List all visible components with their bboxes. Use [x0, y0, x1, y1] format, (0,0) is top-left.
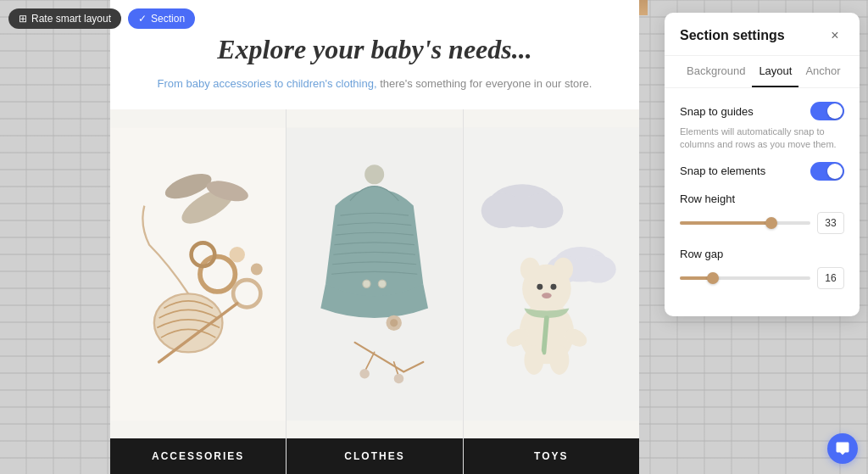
svg-point-23	[520, 192, 563, 227]
check-icon: ✓	[138, 13, 147, 25]
snap-guides-label: Snap to guides	[680, 105, 754, 118]
row-gap-track[interactable]	[680, 276, 810, 280]
canvas: Explore your baby's needs... From baby a…	[0, 0, 868, 474]
snap-guides-row: Snap to guides	[680, 102, 844, 120]
row-gap-thumb[interactable]	[707, 272, 719, 284]
row-height-track[interactable]	[680, 221, 810, 225]
svg-point-32	[550, 283, 556, 289]
rate-label: Rate smart layout	[31, 13, 111, 25]
row-height-thumb[interactable]	[765, 217, 777, 229]
svg-point-17	[390, 319, 398, 326]
svg-point-29	[520, 257, 539, 281]
toolbar: ⊞ Rate smart layout ✓ Section	[8, 8, 195, 29]
tab-layout[interactable]: Layout	[752, 56, 798, 87]
toys-svg	[464, 109, 639, 439]
clothes-image	[287, 109, 462, 439]
svg-line-34	[543, 318, 546, 352]
panel-content: Snap to guides Elements will automatical…	[665, 88, 860, 316]
section-button[interactable]: ✓ Section	[128, 8, 195, 29]
snap-elements-label: Snap to elements	[680, 165, 765, 177]
hero-title: Explore your baby's needs...	[127, 34, 622, 65]
close-button[interactable]: ×	[826, 26, 844, 45]
accessories-label: ACCESSORIES	[110, 438, 286, 474]
panel-tabs: Background Layout Anchor	[665, 56, 860, 88]
tab-background[interactable]: Background	[680, 56, 752, 87]
accessories-svg	[110, 109, 286, 439]
accessories-image	[110, 109, 286, 439]
svg-point-33	[542, 293, 552, 298]
svg-point-15	[379, 280, 387, 287]
svg-point-37	[524, 345, 543, 375]
chat-button[interactable]	[827, 433, 858, 464]
toys-label: TOYS	[464, 438, 639, 474]
clothes-svg	[287, 109, 462, 439]
row-height-section: Row height 33	[680, 192, 844, 234]
svg-point-7	[251, 263, 263, 275]
panel-header: Section settings ×	[665, 13, 860, 56]
snap-guides-toggle[interactable]	[810, 102, 844, 120]
product-card-clothes: CLOTHES	[286, 109, 462, 475]
subtitle-text: there's something for everyone in our st…	[380, 77, 592, 90]
svg-point-31	[537, 283, 542, 289]
subtitle-highlight: From baby accessories to children's clot…	[158, 77, 377, 90]
svg-point-18	[360, 368, 370, 378]
svg-point-14	[363, 280, 370, 287]
svg-point-38	[549, 345, 569, 375]
row-gap-section: Row gap 16	[680, 248, 844, 289]
rate-smart-layout-button[interactable]: ⊞ Rate smart layout	[8, 8, 121, 29]
product-card-accessories: ACCESSORIES	[110, 109, 286, 475]
row-height-slider-row: 33	[680, 212, 844, 234]
svg-point-19	[394, 373, 404, 383]
settings-panel: Section settings × Background Layout Anc…	[665, 13, 860, 316]
snap-guides-desc: Elements will automatically snap to colu…	[680, 125, 844, 152]
product-card-toys: TOYS	[463, 109, 639, 475]
svg-point-13	[364, 165, 384, 184]
row-gap-value: 16	[817, 267, 844, 289]
toys-image	[464, 109, 639, 439]
snap-elements-row: Snap to elements	[680, 162, 844, 181]
svg-point-30	[554, 257, 573, 281]
svg-point-22	[481, 192, 524, 227]
clothes-label: CLOTHES	[287, 438, 462, 474]
product-grid: ACCESSORIES	[110, 109, 639, 475]
content-area: Explore your baby's needs... From baby a…	[110, 0, 639, 474]
section-label: Section	[151, 13, 185, 25]
hero-subtitle: From baby accessories to children's clot…	[127, 75, 622, 92]
row-gap-label: Row gap	[680, 248, 844, 260]
chat-icon	[835, 441, 850, 456]
row-height-value: 33	[817, 212, 844, 234]
layout-icon: ⊞	[19, 13, 27, 25]
row-height-fill	[680, 221, 771, 225]
svg-point-26	[581, 255, 615, 282]
row-height-label: Row height	[680, 192, 844, 205]
row-gap-slider-row: 16	[680, 267, 844, 289]
snap-elements-toggle[interactable]	[810, 162, 844, 181]
svg-point-6	[230, 246, 245, 261]
tab-anchor[interactable]: Anchor	[798, 56, 847, 87]
panel-title: Section settings	[680, 28, 785, 43]
